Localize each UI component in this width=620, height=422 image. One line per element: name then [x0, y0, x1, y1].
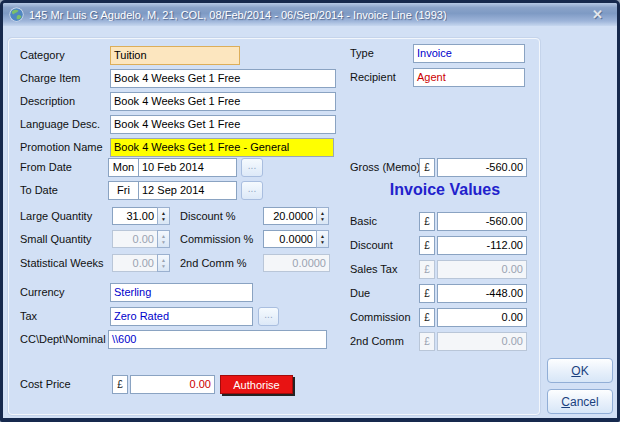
discount-pct-spinner[interactable]: ▲▼ — [316, 207, 329, 225]
gross-memo-currency-box: £ — [419, 158, 435, 177]
close-icon[interactable]: ✕ — [584, 7, 611, 22]
commission-label: Commission — [350, 311, 411, 323]
ok-button-label: OK — [571, 364, 588, 378]
spinner-down-icon[interactable]: ▼ — [320, 240, 325, 245]
spinner-up-icon[interactable]: ▲ — [161, 211, 166, 216]
basic-currency-box: £ — [419, 212, 435, 231]
discount-pct-field[interactable]: 20.0000 — [263, 207, 317, 225]
commission-pct-label: Commission % — [180, 233, 253, 245]
promotion-name-field[interactable]: Book 4 Weeks Get 1 Free - General — [110, 138, 334, 157]
spinner-down-icon: ▼ — [161, 240, 166, 245]
ok-button[interactable]: OK — [547, 358, 613, 383]
from-date-picker-button[interactable]: ... — [241, 158, 263, 177]
second-comm-label: 2nd Comm — [350, 335, 404, 347]
type-label: Type — [350, 47, 374, 59]
commission-pct-spinner[interactable]: ▲▼ — [316, 230, 329, 248]
discount-field[interactable]: -112.00 — [437, 236, 527, 255]
tax-picker-button[interactable]: ... — [258, 307, 279, 326]
currency-label: Currency — [20, 286, 65, 298]
to-day-field[interactable]: Fri — [108, 181, 139, 200]
discount-label: Discount — [350, 239, 393, 251]
cost-price-field[interactable]: 0.00 — [130, 375, 215, 394]
sales-tax-currency-box: £ — [419, 260, 435, 279]
second-comm-pct-field: 0.0000 — [263, 254, 330, 272]
category-label: Category — [20, 49, 65, 61]
recipient-label: Recipient — [350, 71, 396, 83]
to-date-label: To Date — [20, 184, 58, 196]
discount-pct-label: Discount % — [180, 210, 236, 222]
tax-label: Tax — [20, 310, 37, 322]
small-quantity-label: Small Quantity — [20, 233, 92, 245]
cancel-button-label: Cancel — [561, 395, 598, 409]
category-field[interactable]: Tuition — [110, 46, 240, 65]
small-quantity-spinner: ▲▼ — [157, 230, 170, 248]
app-globe-icon — [9, 7, 24, 22]
sales-tax-label: Sales Tax — [350, 263, 398, 275]
small-quantity-field: 0.00 — [112, 230, 158, 248]
second-comm-field: 0.00 — [437, 332, 527, 351]
currency-field[interactable]: Sterling — [110, 283, 253, 302]
statistical-weeks-spinner: ▲▼ — [157, 254, 170, 272]
basic-label: Basic — [350, 215, 377, 227]
commission-currency-box: £ — [419, 308, 435, 327]
commission-pct-field[interactable]: 0.0000 — [263, 230, 317, 248]
promotion-name-label: Promotion Name — [20, 141, 103, 153]
from-date-field[interactable]: 10 Feb 2014 — [138, 158, 237, 177]
charge-item-label: Charge Item — [20, 72, 81, 84]
window-title: 145 Mr Luis G Agudelo, M, 21, COL, 08/Fe… — [29, 9, 447, 21]
gross-memo-field[interactable]: -560.00 — [437, 158, 527, 177]
statistical-weeks-field: 0.00 — [112, 254, 158, 272]
large-quantity-label: Large Quantity — [20, 210, 92, 222]
large-quantity-field[interactable]: 31.00 — [112, 207, 158, 225]
spinner-up-icon: ▲ — [161, 234, 166, 239]
statistical-weeks-label: Statistical Weeks — [20, 257, 104, 269]
sales-tax-field: 0.00 — [437, 260, 527, 279]
spinner-down-icon: ▼ — [161, 264, 166, 269]
due-field[interactable]: -448.00 — [437, 284, 527, 303]
spinner-up-icon: ▲ — [161, 258, 166, 263]
due-currency-box: £ — [419, 284, 435, 303]
basic-field[interactable]: -560.00 — [437, 212, 527, 231]
title-bar[interactable]: 145 Mr Luis G Agudelo, M, 21, COL, 08/Fe… — [3, 3, 617, 26]
from-date-label: From Date — [20, 161, 72, 173]
cancel-button[interactable]: Cancel — [547, 389, 613, 414]
language-desc-field[interactable]: Book 4 Weeks Get 1 Free — [110, 115, 336, 134]
authorise-button[interactable]: Authorise — [220, 375, 293, 394]
description-field[interactable]: Book 4 Weeks Get 1 Free — [110, 92, 336, 111]
tax-field[interactable]: Zero Rated — [110, 307, 253, 326]
from-day-field[interactable]: Mon — [108, 158, 139, 177]
cost-price-label: Cost Price — [20, 378, 71, 390]
type-field[interactable]: Invoice — [413, 44, 525, 63]
commission-field[interactable]: 0.00 — [437, 308, 527, 327]
invoice-line-dialog: 145 Mr Luis G Agudelo, M, 21, COL, 08/Fe… — [0, 0, 620, 422]
to-date-picker-button[interactable]: ... — [241, 181, 263, 200]
authorise-button-label: Authorise — [233, 379, 279, 391]
description-label: Description — [20, 95, 75, 107]
to-date-field[interactable]: 12 Sep 2014 — [138, 181, 237, 200]
spinner-up-icon[interactable]: ▲ — [320, 234, 325, 239]
due-label: Due — [350, 287, 370, 299]
gross-memo-label: Gross (Memo) — [350, 161, 420, 173]
discount-currency-box: £ — [419, 236, 435, 255]
recipient-field[interactable]: Agent — [413, 68, 525, 87]
large-quantity-spinner[interactable]: ▲▼ — [157, 207, 170, 225]
spinner-down-icon[interactable]: ▼ — [161, 217, 166, 222]
cost-price-currency-box: £ — [112, 375, 128, 394]
second-comm-currency-box: £ — [419, 332, 435, 351]
invoice-values-heading: Invoice Values — [365, 181, 525, 199]
cc-dept-nominal-label: CC\Dept\Nominal — [20, 333, 106, 345]
spinner-down-icon[interactable]: ▼ — [320, 217, 325, 222]
spinner-up-icon[interactable]: ▲ — [320, 211, 325, 216]
cc-dept-nominal-field[interactable]: \\600 — [108, 330, 327, 349]
second-comm-pct-label: 2nd Comm % — [180, 257, 247, 269]
charge-item-field[interactable]: Book 4 Weeks Get 1 Free — [110, 69, 336, 88]
language-desc-label: Language Desc. — [20, 118, 100, 130]
